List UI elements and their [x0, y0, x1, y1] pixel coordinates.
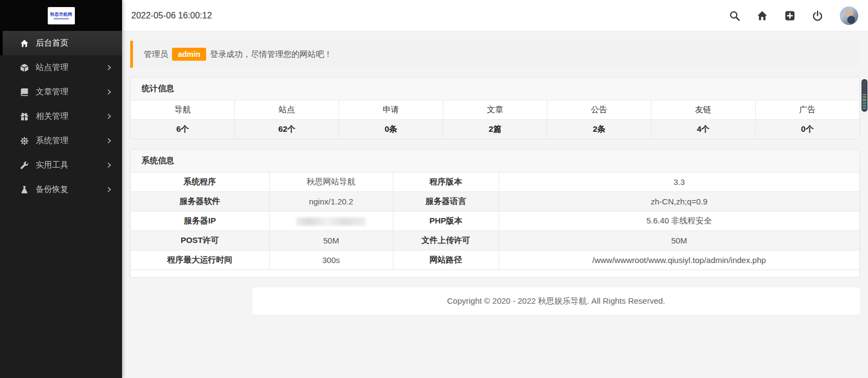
custom-scrollbar[interactable]: [861, 79, 867, 112]
sys-label: 服务器IP: [131, 212, 269, 231]
topbar-actions: [729, 7, 868, 25]
statistics-value-row: 6个 62个 0条 2篇 2条 4个 0个: [131, 120, 859, 139]
sys-label: 服务器软件: [131, 192, 269, 212]
sys-value: 5.6.40 非线程安全: [499, 212, 859, 231]
logo-title: 秋思导航网: [50, 12, 72, 17]
stat-value: 2篇: [443, 120, 547, 139]
sidebar-item-label: 文章管理: [36, 87, 106, 97]
table-row: 程序最大运行时间 300s 网站路径 /www/wwwroot/www.qius…: [131, 251, 859, 270]
search-icon[interactable]: [729, 10, 740, 21]
sidebar-item-label: 站点管理: [36, 62, 106, 73]
stat-header: 导航: [131, 100, 235, 120]
current-datetime: 2022-05-06 16:00:12: [131, 11, 212, 21]
stat-header: 广告: [755, 100, 859, 120]
stat-value: 4个: [651, 120, 755, 139]
chevron-right-icon: [106, 138, 112, 144]
sidebar-item-label: 后台首页: [36, 38, 112, 48]
sys-label: 服务器语言: [393, 192, 499, 212]
sidebar-item-site-management[interactable]: 站点管理: [0, 55, 122, 80]
sys-value: 300s: [269, 251, 393, 270]
stat-header: 文章: [443, 100, 547, 120]
stat-header: 站点: [235, 100, 339, 120]
alert-suffix: 登录成功，尽情管理您的网站吧！: [210, 49, 332, 59]
table-row: 系统程序 秋思网站导航 程序版本 3.3: [131, 172, 859, 192]
main-content: 管理员admin登录成功，尽情管理您的网站吧！ 统计信息 导航 站点 申请 文章…: [122, 0, 868, 315]
sys-value: 50M: [499, 231, 859, 251]
home-icon: [20, 39, 29, 48]
stat-value: 62个: [235, 120, 339, 139]
scrollbar-segment-cyan: [863, 100, 866, 109]
gear-icon: [20, 137, 29, 145]
chevron-right-icon: [106, 113, 112, 119]
sys-label: 程序版本: [393, 172, 499, 192]
cube-icon: [20, 63, 29, 72]
sidebar-item-label: 系统管理: [36, 136, 106, 146]
scrollbar-segment-dark: [863, 81, 866, 94]
admin-username-badge: admin: [172, 48, 206, 61]
sidebar-item-article-management[interactable]: 文章管理: [0, 80, 122, 104]
wrench-icon: [20, 161, 29, 170]
copyright-footer: Copyright © 2020 - 2022 秋思娱乐导航. All Righ…: [252, 287, 860, 315]
stat-header: 友链: [651, 100, 755, 120]
sys-value: 3.3: [499, 172, 859, 192]
sidebar-item-label: 实用工具: [36, 160, 106, 170]
login-success-alert: 管理员admin登录成功，尽情管理您的网站吧！: [130, 41, 860, 68]
sys-label: 网站路径: [393, 251, 499, 270]
sys-value: nginx/1.20.2: [269, 192, 393, 212]
sys-label: 文件上传许可: [393, 231, 499, 251]
flask-icon: [20, 185, 29, 194]
sidebar-item-label: 备份恢复: [36, 184, 106, 195]
sys-label: POST许可: [131, 231, 269, 251]
statistics-panel-title: 统计信息: [131, 78, 859, 100]
sys-value: zh-CN,zh;q=0.9: [499, 192, 859, 212]
stat-value: 0个: [755, 120, 859, 139]
sys-label: 程序最大运行时间: [131, 251, 269, 270]
sys-label: PHP版本: [393, 212, 499, 231]
system-info-panel-title: 系统信息: [131, 150, 859, 172]
stat-value: 0条: [339, 120, 443, 139]
statistics-table: 导航 站点 申请 文章 公告 友链 广告 6个 62个 0条 2篇 2条 4个 …: [131, 100, 859, 139]
copyright-text: Copyright © 2020 - 2022 秋思娱乐导航. All Righ…: [447, 296, 665, 306]
sys-label: 系统程序: [131, 172, 269, 192]
book-icon: [20, 88, 29, 97]
sidebar-menu: 后台首页 站点管理 文章管理 相关管理: [0, 31, 122, 202]
statistics-panel: 统计信息 导航 站点 申请 文章 公告 友链 广告 6个 62个 0条 2篇 2…: [130, 77, 860, 139]
chevron-right-icon: [106, 89, 112, 95]
panel-bottom-padding: [131, 270, 859, 277]
topbar: 2022-05-06 16:00:12: [122, 0, 868, 31]
table-row: 服务器软件 nginx/1.20.2 服务器语言 zh-CN,zh;q=0.9: [131, 192, 859, 212]
user-avatar[interactable]: [840, 7, 858, 25]
sidebar-item-utilities[interactable]: 实用工具: [0, 153, 122, 177]
sidebar-item-label: 相关管理: [36, 111, 106, 121]
sys-value-redacted: [269, 212, 393, 231]
system-info-panel: 系统信息 系统程序 秋思网站导航 程序版本 3.3 服务器软件 nginx/1.…: [130, 149, 860, 278]
scrollbar-segment-yellow: [863, 94, 866, 100]
chevron-right-icon: [106, 187, 112, 193]
home-icon[interactable]: [757, 10, 768, 21]
sys-value: 秋思网站导航: [269, 172, 393, 192]
sidebar-item-related-management[interactable]: 相关管理: [0, 104, 122, 129]
chevron-right-icon: [106, 65, 112, 71]
statistics-header-row: 导航 站点 申请 文章 公告 友链 广告: [131, 100, 859, 120]
sidebar: 秋思导航网 后台首页 站点管理 文章管理: [0, 0, 122, 378]
logo-subtitle-line: [54, 18, 69, 20]
stat-value: 2条: [547, 120, 651, 139]
table-row: POST许可 50M 文件上传许可 50M: [131, 231, 859, 251]
add-square-icon[interactable]: [784, 10, 795, 21]
sys-value: 50M: [269, 231, 393, 251]
system-info-table: 系统程序 秋思网站导航 程序版本 3.3 服务器软件 nginx/1.20.2 …: [131, 172, 859, 270]
sidebar-logo-area[interactable]: 秋思导航网: [0, 0, 122, 31]
table-row: 服务器IP PHP版本 5.6.40 非线程安全: [131, 212, 859, 231]
redacted-server-ip: [296, 217, 366, 226]
alert-prefix: 管理员: [144, 49, 168, 59]
gift-icon: [20, 112, 29, 121]
chevron-right-icon: [106, 162, 112, 168]
power-icon[interactable]: [812, 10, 823, 21]
sidebar-item-system-management[interactable]: 系统管理: [0, 129, 122, 153]
stat-header: 申请: [339, 100, 443, 120]
sidebar-item-dashboard[interactable]: 后台首页: [0, 31, 122, 55]
stat-value: 6个: [131, 120, 235, 139]
stat-header: 公告: [547, 100, 651, 120]
sidebar-item-backup-restore[interactable]: 备份恢复: [0, 177, 122, 202]
sys-value: /www/wwwroot/www.qiusiyl.top/admin/index…: [499, 251, 859, 270]
